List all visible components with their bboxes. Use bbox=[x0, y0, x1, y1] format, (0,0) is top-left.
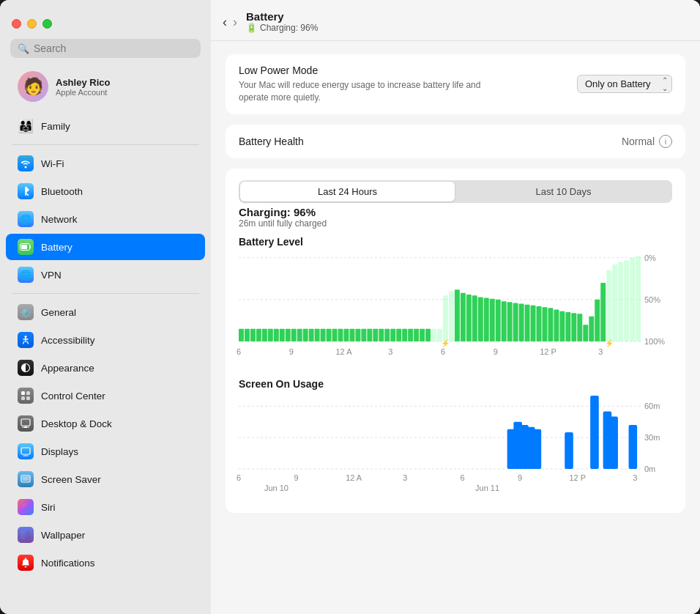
forward-button[interactable]: › bbox=[233, 15, 237, 29]
svg-rect-35 bbox=[338, 328, 343, 341]
minimize-button[interactable] bbox=[27, 19, 37, 29]
search-icon: 🔍 bbox=[18, 43, 29, 54]
sidebar-item-accessibility[interactable]: Accessibility bbox=[6, 327, 205, 353]
wifi-label: Wi-Fi bbox=[41, 158, 64, 169]
svg-rect-64 bbox=[507, 302, 513, 341]
sidebar-item-general[interactable]: ⚙️ General bbox=[6, 299, 205, 325]
svg-rect-108 bbox=[565, 432, 573, 469]
sidebar: 🔍 🧑 Ashley Rico Apple Account 👨‍👩‍👧 Fami… bbox=[0, 0, 211, 614]
appearance-label: Appearance bbox=[41, 363, 94, 374]
svg-text:Jun 11: Jun 11 bbox=[475, 484, 499, 492]
low-power-mode-desc: Your Mac will reduce energy usage to inc… bbox=[239, 79, 510, 104]
sidebar-item-displays[interactable]: Displays bbox=[6, 438, 205, 465]
svg-text:3: 3 bbox=[403, 473, 407, 482]
svg-text:3: 3 bbox=[388, 347, 392, 356]
svg-text:12 A: 12 A bbox=[346, 473, 362, 482]
svg-rect-33 bbox=[327, 328, 332, 341]
svg-rect-79 bbox=[595, 299, 600, 341]
svg-text:9: 9 bbox=[289, 347, 294, 356]
sidebar-item-vpn[interactable]: 🌐 VPN bbox=[6, 262, 205, 288]
search-input[interactable] bbox=[34, 42, 193, 54]
close-button[interactable] bbox=[12, 19, 21, 29]
charging-time: 26m until fully charged bbox=[239, 218, 672, 229]
svg-rect-45 bbox=[396, 328, 401, 341]
svg-rect-80 bbox=[600, 283, 606, 341]
page-title-area: Battery 🔋 Charging: 96% bbox=[246, 10, 318, 33]
svg-rect-65 bbox=[513, 303, 518, 341]
sidebar-item-network[interactable]: 🌐 Network bbox=[6, 206, 205, 232]
low-power-mode-left: Low Power Mode Your Mac will reduce ener… bbox=[239, 64, 510, 104]
svg-text:0%: 0% bbox=[644, 253, 656, 262]
svg-rect-61 bbox=[490, 298, 495, 341]
sidebar-item-desktop[interactable]: Desktop & Dock bbox=[6, 410, 205, 437]
svg-rect-86 bbox=[636, 256, 641, 341]
back-button[interactable]: ‹ bbox=[223, 15, 227, 29]
svg-rect-60 bbox=[484, 297, 489, 341]
svg-rect-55 bbox=[455, 289, 460, 341]
screensaver-icon bbox=[18, 471, 34, 487]
sidebar-item-notifications[interactable]: Notifications bbox=[6, 550, 205, 576]
svg-rect-6 bbox=[21, 396, 25, 400]
user-name: Ashley Rico bbox=[56, 77, 110, 88]
info-icon[interactable]: i bbox=[659, 135, 672, 148]
displays-label: Displays bbox=[41, 446, 78, 457]
screen-usage-title: Screen On Usage bbox=[239, 378, 672, 390]
user-profile[interactable]: 🧑 Ashley Rico Apple Account bbox=[6, 64, 205, 109]
maximize-button[interactable] bbox=[42, 19, 52, 29]
svg-rect-18 bbox=[239, 328, 244, 341]
low-power-select-wrapper[interactable]: Only on Battery Always Never ⌃⌄ bbox=[577, 75, 672, 93]
bluetooth-label: Bluetooth bbox=[41, 186, 83, 197]
svg-rect-30 bbox=[309, 328, 314, 341]
last-24-hours-button[interactable]: Last 24 Hours bbox=[240, 182, 455, 201]
sidebar-item-siri[interactable]: Siri bbox=[6, 494, 205, 520]
accessibility-icon bbox=[18, 332, 34, 348]
family-icon: 👨‍👩‍👧 bbox=[18, 118, 34, 134]
sidebar-item-family[interactable]: 👨‍👩‍👧 Family bbox=[6, 113, 205, 139]
sidebar-item-controlcenter[interactable]: Control Center bbox=[6, 382, 205, 409]
displays-icon bbox=[18, 443, 34, 459]
svg-text:⚡: ⚡ bbox=[605, 339, 614, 348]
svg-text:⚡: ⚡ bbox=[441, 339, 450, 348]
charging-info: Charging: 96% 26m until fully charged bbox=[239, 206, 672, 229]
sidebar-item-screensaver[interactable]: Screen Saver bbox=[6, 466, 205, 492]
svg-text:9: 9 bbox=[294, 473, 299, 482]
low-power-select[interactable]: Only on Battery Always Never bbox=[577, 75, 672, 93]
svg-rect-7 bbox=[26, 396, 30, 400]
sidebar-item-wallpaper[interactable]: Wallpaper bbox=[6, 522, 205, 548]
sidebar-item-appearance[interactable]: Appearance bbox=[6, 355, 205, 381]
svg-text:6: 6 bbox=[460, 473, 464, 482]
sidebar-divider-1 bbox=[12, 144, 199, 145]
charging-percent: Charging: 96% bbox=[239, 206, 672, 218]
user-subtitle: Apple Account bbox=[56, 88, 110, 97]
svg-rect-13 bbox=[23, 477, 29, 481]
last-10-days-button[interactable]: Last 10 Days bbox=[456, 182, 671, 201]
svg-rect-38 bbox=[355, 328, 360, 341]
svg-text:Jun 10: Jun 10 bbox=[264, 484, 288, 492]
sidebar-item-bluetooth[interactable]: Bluetooth bbox=[6, 178, 205, 204]
svg-text:3: 3 bbox=[633, 473, 637, 482]
battery-icon bbox=[18, 239, 34, 255]
svg-rect-31 bbox=[315, 328, 320, 341]
battery-health-status: Normal bbox=[622, 136, 655, 147]
general-icon: ⚙️ bbox=[18, 304, 34, 320]
svg-rect-53 bbox=[443, 295, 448, 341]
screensaver-label: Screen Saver bbox=[41, 474, 101, 485]
svg-rect-109 bbox=[590, 396, 599, 469]
svg-rect-82 bbox=[612, 264, 617, 341]
content-body: Low Power Mode Your Mac will reduce ener… bbox=[211, 41, 700, 526]
vpn-icon: 🌐 bbox=[18, 267, 34, 283]
svg-text:6: 6 bbox=[237, 473, 241, 482]
svg-text:0m: 0m bbox=[644, 465, 655, 473]
svg-text:30m: 30m bbox=[644, 433, 660, 442]
svg-rect-8 bbox=[21, 419, 30, 426]
battery-health-right: Normal i bbox=[622, 135, 672, 148]
search-bar[interactable]: 🔍 bbox=[10, 39, 201, 58]
sidebar-item-wifi[interactable]: Wi-Fi bbox=[6, 150, 205, 177]
svg-rect-112 bbox=[629, 425, 638, 469]
svg-rect-25 bbox=[280, 328, 285, 341]
sidebar-item-battery[interactable]: Battery bbox=[6, 234, 205, 260]
svg-rect-71 bbox=[548, 308, 553, 341]
svg-rect-54 bbox=[449, 291, 454, 341]
battery-charging-icon: 🔋 bbox=[246, 23, 257, 33]
desktop-label: Desktop & Dock bbox=[41, 418, 112, 429]
